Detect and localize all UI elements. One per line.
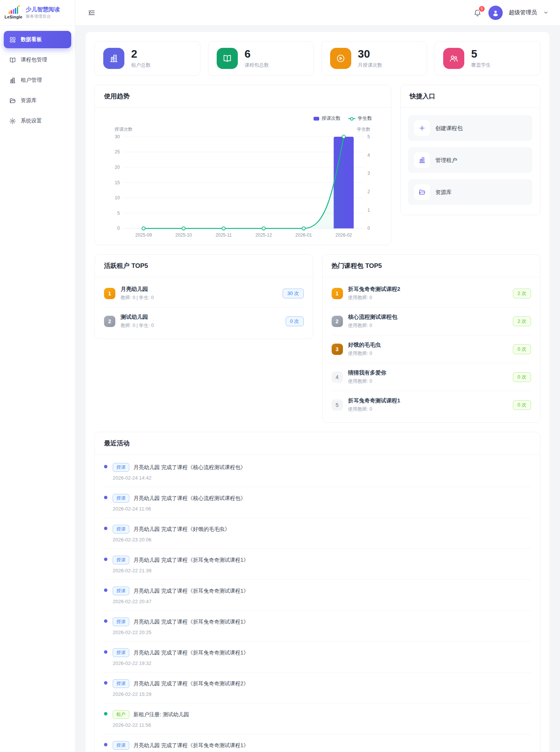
rank-badge: 4 [332,371,343,383]
usage-trend-chart: 051015202530012345授课次数学生数2025-092025-102… [104,122,382,241]
activity-row: 授课 月亮幼儿园 完成了课程《折耳兔奇奇测试课程2》 2026-02-22 15… [104,673,531,703]
page-content: 2 租户总数 6 课程包总数 30 月授课次数 5 覆盖学生 使用趋势 [75,26,560,752]
recent-activity-list: 授课 月亮幼儿园 完成了课程《核心流程测试课程包》 2026-02-24 14:… [95,455,540,752]
activity-dot [104,496,107,499]
brand-logo: LeSingle [5,6,22,19]
svg-text:25: 25 [115,149,120,154]
count-pill: 2 次 [513,316,531,326]
activity-text: 月亮幼儿园 完成了课程《折耳兔奇奇测试课程1》 [133,650,249,656]
stat-card: 5 覆盖学生 [435,41,540,76]
sidebar-item-资源库[interactable]: 资源库 [4,92,71,109]
activity-row: 授课 月亮幼儿园 完成了课程《核心流程测试课程包》 2026-02-24 11:… [104,487,531,518]
activity-dot [104,650,107,654]
activity-text: 月亮幼儿园 完成了课程《折耳兔奇奇测试课程1》 [133,588,249,595]
activity-dot [104,527,107,530]
folder-icon [9,97,16,104]
stat-value: 5 [471,48,491,60]
rank-name: 测试幼儿园 [121,313,280,321]
stat-value: 30 [358,48,383,60]
rank-badge: 1 [104,288,115,299]
brand-subtitle: 服务管理后台 [26,14,60,19]
svg-text:15: 15 [115,180,120,185]
svg-text:10: 10 [115,195,120,200]
activity-tag: 授课 [113,741,129,750]
rank-badge: 5 [332,399,343,411]
dashboard-panel: 2 租户总数 6 课程包总数 30 月授课次数 5 覆盖学生 使用趋势 [86,32,549,752]
svg-text:5: 5 [117,211,120,216]
sidebar-item-label: 课程包管理 [21,57,47,63]
usage-trend-title: 使用趋势 [104,93,130,100]
activity-dot [104,558,107,561]
hot-courses-card: 热门课程包 TOP5 1 折耳兔奇奇测试课程2 使用教师: 0 2 次 2 核心… [322,254,541,423]
svg-text:2025-09: 2025-09 [135,232,152,238]
gear-icon [9,118,16,125]
sidebar-item-label: 系统设置 [21,118,42,124]
brand-logo-text: LeSingle [5,15,22,19]
rank-badge: 2 [332,316,343,327]
svg-text:20: 20 [115,165,120,170]
stat-label: 课程包总数 [245,62,269,69]
hot-courses-title: 热门课程包 TOP5 [332,262,382,269]
notification-badge: 5 [478,5,485,12]
svg-text:0: 0 [367,226,370,231]
quick-entry-label: 资源库 [435,189,452,196]
activity-row: 授课 月亮幼儿园 完成了课程《核心流程测试课程包》 2026-02-24 14:… [104,456,531,487]
active-tenants-card: 活跃租户 TOP5 1 月亮幼儿园 教师: 0 | 学生: 0 30 次 2 测… [95,254,313,339]
legend-item-bar[interactable]: 授课次数 [314,115,341,122]
sidebar-item-租户管理[interactable]: 租户管理 [4,72,71,89]
stat-card: 6 课程包总数 [208,41,314,76]
legend-item-line[interactable]: 学生数 [348,115,372,122]
sidebar-item-课程包管理[interactable]: 课程包管理 [4,51,71,69]
book-icon [9,57,16,64]
quick-entry-label: 管理租户 [435,157,457,164]
sidebar-collapse-icon[interactable] [87,8,96,18]
topbar: 5 超级管理员 [75,0,560,26]
rank-name: 猜猜我有多爱你 [348,369,508,376]
rank-sub: 使用教师: 0 [348,323,508,329]
sidebar-item-label: 租户管理 [21,77,42,84]
recent-activity-title: 最近活动 [104,440,130,447]
quick-entry-item[interactable]: 管理租户 [408,147,532,173]
activity-tag: 授课 [113,679,129,688]
activity-time: 2026-02-22 11:56 [113,722,531,728]
building-icon [9,77,16,84]
count-pill: 0 次 [286,316,304,326]
play-icon [330,48,351,69]
rank-row: 3 好饿的毛毛虫 使用教师: 0 0 次 [332,335,531,363]
stat-label: 月授课次数 [358,62,383,69]
avatar[interactable] [488,6,503,20]
active-tenants-title: 活跃租户 TOP5 [104,262,148,269]
bar-swatch-icon [314,117,319,121]
sidebar-item-数据看板[interactable]: 数据看板 [4,31,71,48]
activity-dot [104,619,107,623]
stat-label: 覆盖学生 [471,62,491,69]
quick-entry-item[interactable]: 资源库 [408,179,532,205]
activity-text: 月亮幼儿园 完成了课程《折耳兔奇奇测试课程1》 [133,557,249,564]
quick-entry-item[interactable]: 创建课程包 [408,115,532,141]
rank-row: 2 测试幼儿园 教师: 0 | 学生: 0 0 次 [104,307,304,335]
stats-grid: 2 租户总数 6 课程包总数 30 月授课次数 5 覆盖学生 [95,41,540,76]
svg-text:2: 2 [367,189,370,194]
activity-dot [104,588,107,592]
svg-text:3: 3 [367,171,370,176]
user-name[interactable]: 超级管理员 [509,9,537,16]
activity-dot [104,743,107,746]
svg-text:2026-01: 2026-01 [295,232,312,238]
activity-text: 月亮幼儿园 完成了课程《核心流程测试课程包》 [133,464,246,471]
svg-text:2025-11: 2025-11 [216,232,232,238]
svg-text:学生数: 学生数 [357,127,370,132]
usage-trend-card: 使用趋势 授课次数学生数 051015202530012345授课次数学生数20… [95,85,391,245]
count-pill: 30 次 [283,289,303,298]
activity-time: 2026-02-22 20:25 [113,630,531,635]
notification-bell-icon[interactable]: 5 [473,8,482,18]
sidebar-item-系统设置[interactable]: 系统设置 [4,112,71,130]
chevron-down-icon[interactable] [543,10,549,15]
app-root: LeSingle 少儿智慧阅读 服务管理后台 数据看板 课程包管理 租户管理 资… [0,0,560,752]
dashboard-icon [9,36,16,43]
quick-entry-card: 快捷入口 创建课程包 管理租户 资源库 [400,85,540,215]
activity-tag: 授课 [113,617,129,626]
plus-icon [414,120,430,136]
svg-text:1: 1 [367,208,370,213]
activity-row: 授课 月亮幼儿园 完成了课程《折耳兔奇奇测试课程1》 2026-02-22 20… [104,580,531,611]
activity-text: 月亮幼儿园 完成了课程《好饿的毛毛虫》 [133,526,230,533]
